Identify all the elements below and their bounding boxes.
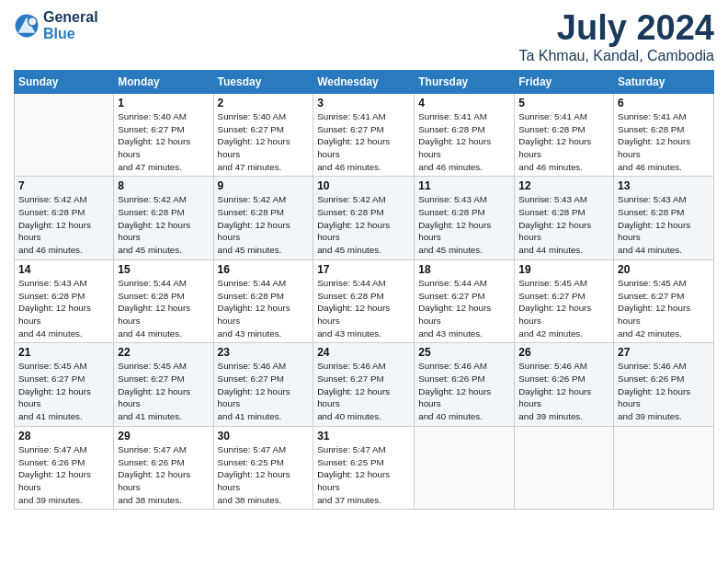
calendar-cell: 3Sunrise: 5:41 AMSunset: 6:27 PMDaylight… — [313, 93, 415, 177]
calendar-cell — [515, 426, 614, 510]
weekday-header-tuesday: Tuesday — [213, 70, 313, 93]
day-info: Sunrise: 5:42 AMSunset: 6:28 PMDaylight:… — [218, 193, 310, 257]
day-number: 9 — [218, 179, 310, 192]
day-info: Sunrise: 5:40 AMSunset: 6:27 PMDaylight:… — [118, 110, 209, 174]
day-number: 10 — [317, 179, 410, 192]
day-info: Sunrise: 5:46 AMSunset: 6:26 PMDaylight:… — [518, 360, 609, 423]
title-block: July 2024 Ta Khmau, Kandal, Cambodia — [518, 9, 714, 64]
week-row-2: 7Sunrise: 5:42 AMSunset: 6:28 PMDaylight… — [15, 177, 714, 260]
day-info: Sunrise: 5:47 AMSunset: 6:25 PMDaylight:… — [317, 443, 410, 507]
weekday-header-friday: Friday — [515, 70, 614, 93]
day-number: 19 — [518, 263, 609, 276]
calendar-cell: 9Sunrise: 5:42 AMSunset: 6:28 PMDaylight… — [213, 177, 313, 260]
calendar-cell: 8Sunrise: 5:42 AMSunset: 6:28 PMDaylight… — [114, 177, 213, 260]
calendar-cell: 2Sunrise: 5:40 AMSunset: 6:27 PMDaylight… — [213, 93, 313, 177]
day-number: 20 — [618, 263, 710, 276]
logo-text: General Blue — [43, 9, 98, 41]
calendar-cell: 7Sunrise: 5:42 AMSunset: 6:28 PMDaylight… — [15, 177, 114, 260]
logo: General Blue — [14, 9, 98, 41]
day-number: 21 — [18, 346, 109, 359]
day-info: Sunrise: 5:46 AMSunset: 6:26 PMDaylight:… — [418, 360, 510, 423]
weekday-header-saturday: Saturday — [614, 70, 714, 93]
day-info: Sunrise: 5:43 AMSunset: 6:28 PMDaylight:… — [618, 193, 710, 257]
calendar-cell — [614, 426, 714, 510]
day-number: 29 — [118, 430, 209, 442]
day-number: 26 — [518, 346, 609, 359]
day-info: Sunrise: 5:41 AMSunset: 6:28 PMDaylight:… — [618, 110, 710, 174]
day-number: 11 — [418, 179, 510, 192]
day-number: 3 — [317, 97, 410, 109]
calendar-cell: 16Sunrise: 5:44 AMSunset: 6:28 PMDayligh… — [213, 259, 313, 343]
day-number: 16 — [218, 263, 310, 276]
day-info: Sunrise: 5:42 AMSunset: 6:28 PMDaylight:… — [317, 193, 410, 257]
logo-line2: Blue — [43, 26, 98, 42]
day-number: 31 — [317, 430, 410, 442]
logo-line1: General — [43, 9, 98, 26]
weekday-header-monday: Monday — [114, 70, 213, 93]
day-number: 28 — [18, 430, 109, 442]
calendar-cell: 30Sunrise: 5:47 AMSunset: 6:25 PMDayligh… — [213, 426, 313, 510]
day-info: Sunrise: 5:46 AMSunset: 6:27 PMDaylight:… — [218, 360, 310, 423]
day-info: Sunrise: 5:45 AMSunset: 6:27 PMDaylight:… — [118, 360, 209, 423]
day-info: Sunrise: 5:41 AMSunset: 6:28 PMDaylight:… — [518, 110, 609, 174]
calendar-cell: 11Sunrise: 5:43 AMSunset: 6:28 PMDayligh… — [415, 177, 515, 260]
weekday-header-sunday: Sunday — [15, 70, 114, 93]
day-number: 12 — [518, 179, 609, 192]
day-number: 23 — [218, 346, 310, 359]
calendar-cell: 20Sunrise: 5:45 AMSunset: 6:27 PMDayligh… — [614, 259, 714, 343]
day-number: 6 — [618, 97, 710, 109]
day-number: 30 — [218, 430, 310, 442]
calendar-cell: 10Sunrise: 5:42 AMSunset: 6:28 PMDayligh… — [313, 177, 415, 260]
day-info: Sunrise: 5:47 AMSunset: 6:26 PMDaylight:… — [18, 443, 109, 507]
week-row-4: 21Sunrise: 5:45 AMSunset: 6:27 PMDayligh… — [15, 343, 714, 427]
calendar-table: SundayMondayTuesdayWednesdayThursdayFrid… — [14, 70, 714, 511]
calendar-cell: 28Sunrise: 5:47 AMSunset: 6:26 PMDayligh… — [15, 426, 114, 510]
day-info: Sunrise: 5:47 AMSunset: 6:25 PMDaylight:… — [218, 443, 310, 507]
day-info: Sunrise: 5:46 AMSunset: 6:26 PMDaylight:… — [618, 360, 710, 423]
day-number: 25 — [418, 346, 510, 359]
day-number: 24 — [317, 346, 410, 359]
calendar-cell: 6Sunrise: 5:41 AMSunset: 6:28 PMDaylight… — [614, 93, 714, 177]
day-number: 18 — [418, 263, 510, 276]
calendar-cell: 29Sunrise: 5:47 AMSunset: 6:26 PMDayligh… — [114, 426, 213, 510]
day-info: Sunrise: 5:42 AMSunset: 6:28 PMDaylight:… — [118, 193, 209, 257]
day-info: Sunrise: 5:40 AMSunset: 6:27 PMDaylight:… — [218, 110, 310, 174]
calendar-cell: 23Sunrise: 5:46 AMSunset: 6:27 PMDayligh… — [213, 343, 313, 427]
day-info: Sunrise: 5:46 AMSunset: 6:27 PMDaylight:… — [317, 360, 410, 423]
day-info: Sunrise: 5:43 AMSunset: 6:28 PMDaylight:… — [18, 277, 109, 340]
day-info: Sunrise: 5:45 AMSunset: 6:27 PMDaylight:… — [518, 277, 609, 340]
calendar-cell — [415, 426, 515, 510]
weekday-header-row: SundayMondayTuesdayWednesdayThursdayFrid… — [15, 70, 714, 93]
month-title: July 2024 — [518, 9, 714, 48]
calendar-cell: 1Sunrise: 5:40 AMSunset: 6:27 PMDaylight… — [114, 93, 213, 177]
week-row-1: 1Sunrise: 5:40 AMSunset: 6:27 PMDaylight… — [15, 93, 714, 177]
calendar-cell: 19Sunrise: 5:45 AMSunset: 6:27 PMDayligh… — [515, 259, 614, 343]
day-number: 15 — [118, 263, 209, 276]
logo-icon — [14, 13, 40, 39]
day-number: 7 — [18, 179, 109, 192]
day-info: Sunrise: 5:45 AMSunset: 6:27 PMDaylight:… — [618, 277, 710, 340]
calendar-cell: 4Sunrise: 5:41 AMSunset: 6:28 PMDaylight… — [415, 93, 515, 177]
day-info: Sunrise: 5:44 AMSunset: 6:28 PMDaylight:… — [218, 277, 310, 340]
calendar-cell: 25Sunrise: 5:46 AMSunset: 6:26 PMDayligh… — [415, 343, 515, 427]
day-info: Sunrise: 5:44 AMSunset: 6:28 PMDaylight:… — [118, 277, 209, 340]
day-number: 22 — [118, 346, 209, 359]
calendar-cell: 21Sunrise: 5:45 AMSunset: 6:27 PMDayligh… — [15, 343, 114, 427]
calendar-cell: 27Sunrise: 5:46 AMSunset: 6:26 PMDayligh… — [614, 343, 714, 427]
day-number: 17 — [317, 263, 410, 276]
day-number: 13 — [618, 179, 710, 192]
calendar-cell: 15Sunrise: 5:44 AMSunset: 6:28 PMDayligh… — [114, 259, 213, 343]
week-row-5: 28Sunrise: 5:47 AMSunset: 6:26 PMDayligh… — [15, 426, 714, 510]
day-number: 27 — [618, 346, 710, 359]
calendar-cell: 24Sunrise: 5:46 AMSunset: 6:27 PMDayligh… — [313, 343, 415, 427]
day-number: 8 — [118, 179, 209, 192]
day-info: Sunrise: 5:44 AMSunset: 6:28 PMDaylight:… — [317, 277, 410, 340]
week-row-3: 14Sunrise: 5:43 AMSunset: 6:28 PMDayligh… — [15, 259, 714, 343]
day-info: Sunrise: 5:42 AMSunset: 6:28 PMDaylight:… — [18, 193, 109, 257]
weekday-header-wednesday: Wednesday — [313, 70, 415, 93]
calendar-cell: 26Sunrise: 5:46 AMSunset: 6:26 PMDayligh… — [515, 343, 614, 427]
calendar-cell: 5Sunrise: 5:41 AMSunset: 6:28 PMDaylight… — [515, 93, 614, 177]
day-info: Sunrise: 5:43 AMSunset: 6:28 PMDaylight:… — [418, 193, 510, 257]
day-info: Sunrise: 5:44 AMSunset: 6:27 PMDaylight:… — [418, 277, 510, 340]
calendar-container: General Blue July 2024 Ta Khmau, Kandal,… — [0, 0, 728, 563]
